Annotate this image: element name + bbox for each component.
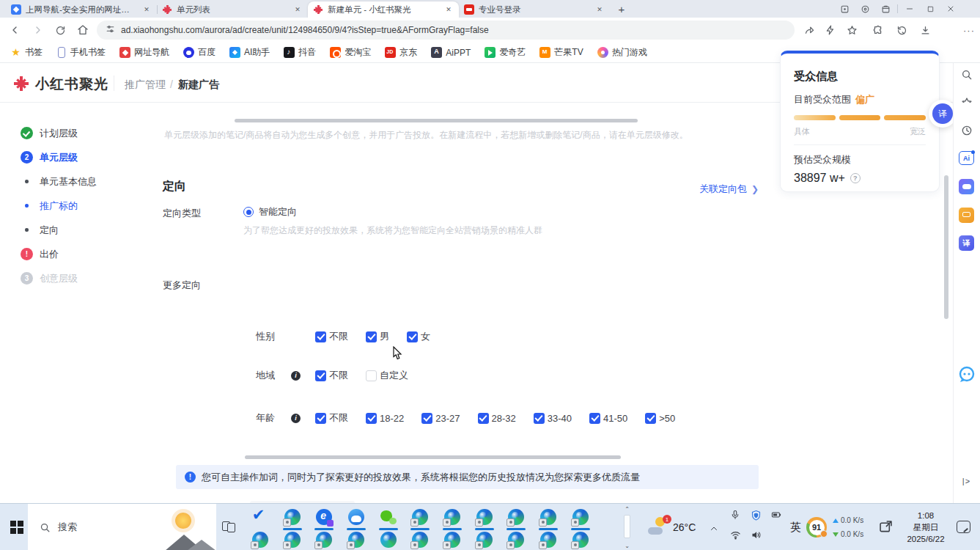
tab-close-icon[interactable]: ✕ bbox=[292, 4, 303, 15]
taskbar-app[interactable] bbox=[244, 506, 276, 528]
workspace-box-icon[interactable] bbox=[875, 0, 896, 18]
taskbar-app[interactable] bbox=[532, 529, 564, 550]
checked-checkbox-icon[interactable] bbox=[315, 331, 326, 342]
checked-checkbox-icon[interactable] bbox=[315, 413, 326, 424]
taskbar-app[interactable] bbox=[308, 529, 340, 550]
back-button[interactable] bbox=[7, 23, 22, 37]
checked-checkbox-icon[interactable] bbox=[366, 331, 377, 342]
tab-preview-icon[interactable] bbox=[834, 0, 855, 18]
edge-app-icon[interactable] bbox=[508, 509, 524, 525]
bookmark-item[interactable]: 京东 bbox=[385, 46, 417, 59]
start-button[interactable] bbox=[10, 521, 23, 533]
history-icon[interactable] bbox=[894, 23, 909, 37]
taskbar-app[interactable] bbox=[564, 529, 597, 550]
edge-app-icon[interactable] bbox=[316, 532, 332, 548]
info-icon[interactable] bbox=[291, 371, 301, 381]
taskbar-app[interactable] bbox=[244, 529, 276, 550]
battery-icon[interactable] bbox=[770, 508, 783, 521]
taskbar-app[interactable] bbox=[436, 506, 468, 528]
wifi-icon[interactable] bbox=[729, 528, 742, 541]
rail-toolbox-icon[interactable] bbox=[959, 208, 974, 223]
taskbar-app[interactable] bbox=[340, 506, 372, 528]
edge-app-icon[interactable] bbox=[540, 532, 556, 548]
checked-checkbox-icon[interactable] bbox=[315, 370, 326, 381]
translate-float-button[interactable]: 译 bbox=[932, 103, 953, 124]
edge-app-icon[interactable] bbox=[444, 532, 460, 548]
edge-app-icon[interactable] bbox=[284, 532, 301, 548]
weather-icon[interactable]: 1 bbox=[648, 517, 668, 536]
smart-targeting-radio[interactable]: 智能定向 bbox=[243, 205, 297, 219]
checkbox-option[interactable]: 23-27 bbox=[421, 413, 460, 424]
browser-tab[interactable]: 新建单元 - 小红书聚光 ✕ bbox=[308, 1, 459, 18]
bookmark-item[interactable]: 网址导航 bbox=[119, 46, 169, 59]
sidebar-step[interactable]: 推广标的 bbox=[21, 199, 97, 213]
edge-app-icon[interactable] bbox=[572, 509, 589, 525]
bookmark-item[interactable]: 书签 bbox=[10, 46, 43, 59]
sidebar-step[interactable]: ! 出价 bbox=[21, 247, 97, 261]
taskbar-app[interactable] bbox=[532, 506, 564, 528]
checkbox-option[interactable]: 33-40 bbox=[534, 413, 572, 424]
browser-2345-app-icon[interactable] bbox=[316, 509, 332, 525]
rail-expand-icon[interactable]: |> bbox=[959, 473, 974, 488]
forward-button[interactable] bbox=[31, 23, 45, 37]
rail-search-icon[interactable] bbox=[959, 67, 974, 82]
checkbox-option[interactable]: 18-22 bbox=[366, 413, 404, 424]
checkbox-option[interactable]: 女 bbox=[407, 330, 430, 343]
notification-center-icon[interactable] bbox=[957, 521, 970, 533]
checked-checkbox-icon[interactable] bbox=[645, 413, 656, 424]
checked-checkbox-icon[interactable] bbox=[589, 413, 600, 424]
checkbox-option[interactable]: 不限 bbox=[315, 411, 348, 425]
maximize-button[interactable] bbox=[920, 0, 940, 18]
sidebar-step[interactable]: 单元基本信息 bbox=[21, 175, 97, 188]
scroll-up-icon[interactable]: ⌃ bbox=[622, 505, 632, 513]
tab-close-icon[interactable]: ✕ bbox=[141, 4, 152, 15]
taskbar-app[interactable] bbox=[340, 529, 372, 550]
taskbar-app[interactable] bbox=[372, 529, 405, 550]
more-menu-icon[interactable]: ··· bbox=[962, 23, 976, 37]
bookmark-item[interactable]: 百度 bbox=[183, 46, 215, 59]
horizontal-scrollbar-thumb[interactable] bbox=[235, 119, 638, 122]
taskbar-search[interactable]: 搜索 bbox=[28, 504, 216, 550]
tab-close-icon[interactable]: ✕ bbox=[443, 4, 454, 15]
checkbox-option[interactable]: 男 bbox=[366, 330, 389, 343]
checked-checkbox-icon[interactable] bbox=[407, 331, 418, 342]
taskbar-app[interactable] bbox=[501, 529, 533, 550]
edge-app-icon[interactable] bbox=[508, 532, 524, 548]
browser-tab[interactable]: 上网导航-安全实用的网址导航 ✕ bbox=[6, 1, 157, 18]
taskbar-app[interactable] bbox=[564, 506, 597, 528]
search-highlight-image[interactable] bbox=[159, 507, 216, 550]
taskbar-app[interactable] bbox=[468, 506, 501, 528]
share-icon[interactable] bbox=[802, 23, 817, 37]
home-button[interactable] bbox=[75, 23, 90, 37]
edge-app-icon[interactable] bbox=[476, 509, 493, 525]
taskbar-app[interactable] bbox=[501, 506, 533, 528]
temperature-text[interactable]: 26°C bbox=[673, 521, 696, 533]
breadcrumb-promotion-management[interactable]: 推广管理 bbox=[125, 78, 166, 92]
microphone-icon[interactable] bbox=[729, 508, 742, 521]
network-speed[interactable]: 0.0 K/s 0.0 K/s bbox=[833, 513, 863, 541]
horizontal-scrollbar-thumb[interactable] bbox=[245, 455, 621, 459]
taskbar-app[interactable] bbox=[436, 529, 468, 550]
rail-games-icon[interactable] bbox=[959, 179, 974, 194]
rail-ai-icon[interactable]: Ai bbox=[959, 151, 974, 165]
site-info-icon[interactable] bbox=[106, 23, 115, 37]
scroll-down-icon[interactable]: ⌄ bbox=[622, 542, 632, 549]
close-button[interactable] bbox=[940, 0, 961, 18]
checkbox-option[interactable]: 不限 bbox=[315, 330, 348, 343]
browser-tab[interactable]: 单元列表 ✕ bbox=[157, 1, 308, 18]
security-shield-icon[interactable] bbox=[749, 508, 762, 521]
downloads-icon[interactable] bbox=[918, 23, 932, 37]
bookmark-item[interactable]: AiPPT bbox=[431, 47, 471, 58]
address-bar[interactable]: ad.xiaohongshu.com/aurora/ad/create/unit… bbox=[97, 21, 795, 40]
checkbox-option[interactable]: >50 bbox=[645, 413, 675, 424]
extensions-icon[interactable] bbox=[871, 23, 885, 37]
wechat-app-icon[interactable] bbox=[380, 509, 397, 525]
link-targeting-package[interactable]: 关联定向包❯ bbox=[699, 183, 759, 196]
radio-selected-icon[interactable] bbox=[243, 207, 254, 217]
lightning-icon[interactable] bbox=[823, 23, 838, 37]
info-icon[interactable] bbox=[291, 414, 301, 423]
checkbox-option[interactable]: 不限 bbox=[315, 369, 348, 382]
taskbar-app[interactable] bbox=[468, 529, 501, 550]
bookmark-item[interactable]: 芒果TV bbox=[539, 46, 583, 59]
checked-checkbox-icon[interactable] bbox=[534, 413, 545, 424]
